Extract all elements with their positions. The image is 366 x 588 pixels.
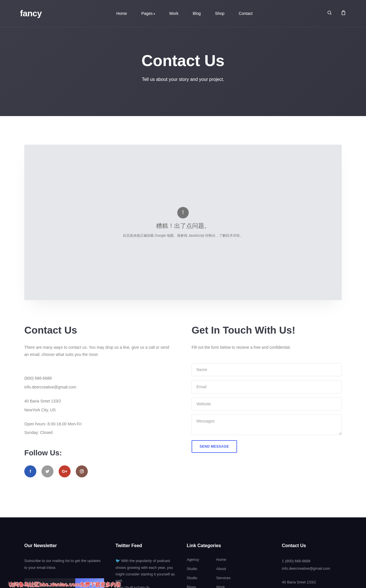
contact-email: info.deercreative@gmail.com [24, 383, 174, 392]
name-input[interactable] [192, 363, 342, 376]
hero-section: fancy Home Pages Work Blog Shop Contact … [0, 0, 366, 116]
tweet-link[interactable]: https://buff.ly/2zttoJb [116, 584, 175, 588]
contact-sunday: Sunday: Closed [24, 428, 174, 437]
cart-icon[interactable] [341, 10, 346, 17]
footer-addr1: 40 Baria Sreet 133/2 [282, 579, 342, 586]
map-placeholder: ! 糟糕！出了点问题。 此页面未能正确加载 Google 地图。请参阅 Java… [24, 145, 342, 300]
link-grid: Agency Studio Studio Blogs Shop Home Abo… [187, 557, 270, 588]
link-about[interactable]: About [216, 567, 230, 571]
link-col-1: Agency Studio Studio Blogs Shop [187, 557, 199, 588]
link-studio[interactable]: Studio [187, 567, 199, 571]
website-input[interactable] [192, 397, 342, 410]
footer-addr2: NewYork City, US [282, 586, 342, 588]
twitter-bird-icon: 🐦 [116, 559, 121, 563]
footer-cols: Our Newsletter Subscribe to our mailing … [24, 543, 342, 588]
nav-shop[interactable]: Shop [215, 11, 224, 16]
contact-phone: (800) 686-6688 [24, 374, 174, 383]
contact-grid: Contact Us There are many ways to contac… [24, 324, 342, 517]
logo[interactable]: fancy [20, 9, 42, 18]
hero-content: Contact Us Tell us about your story and … [0, 51, 366, 82]
email-input[interactable] [192, 380, 342, 393]
newsletter-input[interactable] [24, 578, 75, 588]
contact-text: There are many ways to contact us. You m… [24, 344, 174, 358]
links-heading: Link Categories [187, 543, 270, 548]
link-work[interactable]: Work [216, 585, 230, 588]
link-studio2[interactable]: Studio [187, 576, 199, 580]
facebook-icon[interactable]: f [24, 465, 36, 477]
nav-pages[interactable]: Pages [141, 11, 155, 16]
contact-addr1: 40 Baria Sreet 133/2 [24, 397, 174, 406]
twitter-icon[interactable] [41, 465, 53, 477]
footer-newsletter: Our Newsletter Subscribe to our mailing … [24, 543, 104, 588]
contact-details: (800) 686-6688 info.deercreative@gmail.c… [24, 374, 174, 437]
search-icon[interactable] [327, 10, 332, 17]
contact-addr2: NewYork City, US [24, 406, 174, 414]
svg-point-5 [83, 470, 83, 471]
hero-title: Contact Us [0, 51, 366, 70]
map-error-title: 糟糕！出了点问题。 [156, 222, 210, 230]
main-nav: Home Pages Work Blog Shop Contact [116, 11, 252, 16]
newsletter-heading: Our Newsletter [24, 543, 104, 548]
instagram-icon[interactable] [76, 465, 88, 477]
footer-contact: Contact Us 1 (800) 686-6688 info.deercre… [282, 543, 342, 588]
contact-hours: Open hours: 8.00-18.00 Mon-Fri [24, 420, 174, 428]
hero-subtitle: Tell us about your story and your projec… [0, 77, 366, 82]
send-button[interactable]: SEND MESSAGE [192, 440, 237, 453]
footer-email: info.deercreative@gmail.com [282, 565, 342, 572]
header-bar: fancy Home Pages Work Blog Shop Contact [0, 0, 366, 27]
form-heading: Get In Touch With Us! [192, 324, 342, 336]
newsletter-text: Subscribe to our mailing list to get the… [24, 557, 104, 571]
svg-point-4 [81, 471, 82, 472]
contact-form: SEND MESSAGE [192, 363, 342, 453]
map-error-sub: 此页面未能正确加载 Google 地图。请参阅 JavaScript 控制台，了… [123, 233, 243, 238]
nav-work[interactable]: Work [169, 11, 178, 16]
form-text: Fill out the form below to recieve a fre… [192, 344, 342, 351]
nav-home[interactable]: Home [116, 11, 127, 16]
social-row: f G+ [24, 465, 174, 477]
link-services[interactable]: Services [216, 576, 230, 580]
subscribe-button[interactable]: SUBSCRIBE [75, 578, 104, 588]
contact-heading: Contact Us [24, 324, 174, 336]
exclaim-icon: ! [177, 207, 189, 218]
subscribe-row: SUBSCRIBE [24, 578, 104, 588]
nav-blog[interactable]: Blog [193, 11, 201, 16]
link-agency[interactable]: Agency [187, 557, 199, 562]
footer-contact-heading: Contact Us [282, 543, 342, 548]
footer-phone: 1 (800) 686-6688 [282, 557, 342, 565]
link-home[interactable]: Home [216, 557, 230, 562]
header-icons [327, 10, 346, 17]
svg-line-1 [330, 13, 331, 15]
nav-contact[interactable]: Contact [239, 11, 252, 16]
link-blogs[interactable]: Blogs [187, 585, 199, 588]
svg-point-0 [328, 11, 331, 14]
googleplus-icon[interactable]: G+ [59, 465, 71, 477]
footer-contact-details: 1 (800) 686-6688 info.deercreative@gmail… [282, 557, 342, 588]
tweet-text: With the popularity of podcast shows gro… [116, 559, 175, 583]
twitter-heading: Twitter Feed [116, 543, 175, 548]
link-col-2: Home About Services Work Privacy [216, 557, 230, 588]
twitter-feed: 🐦 With the popularity of podcast shows g… [116, 557, 175, 588]
footer: Our Newsletter Subscribe to our mailing … [0, 517, 366, 588]
svg-rect-2 [342, 12, 345, 15]
follow-heading: Follow Us: [24, 449, 174, 457]
footer-twitter: Twitter Feed 🐦 With the popularity of po… [116, 543, 175, 588]
contact-info-col: Contact Us There are many ways to contac… [24, 324, 174, 477]
form-col: Get In Touch With Us! Fill out the form … [192, 324, 342, 477]
messages-input[interactable] [192, 414, 342, 435]
footer-links: Link Categories Agency Studio Studio Blo… [187, 543, 270, 588]
